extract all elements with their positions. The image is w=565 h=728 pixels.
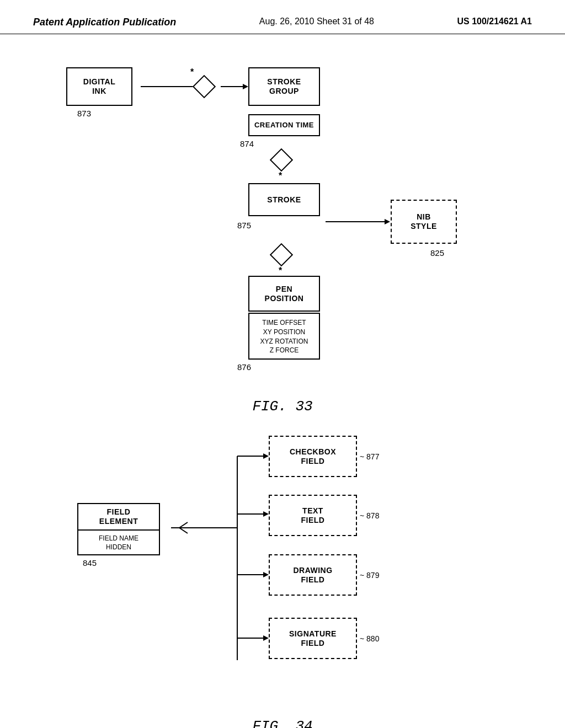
fig33-diagram: DIGITALINK 873 * STROKEGROUP CREATION TI… bbox=[33, 51, 532, 393]
asterisk-3: * bbox=[279, 266, 282, 276]
header-center: Aug. 26, 2010 Sheet 31 of 48 bbox=[259, 17, 374, 26]
label-879: ~ 879 bbox=[360, 571, 379, 580]
signature-field-box: SIGNATUREFIELD bbox=[269, 618, 357, 659]
label-875: 875 bbox=[237, 221, 251, 230]
field-element-box: FIELDELEMENT bbox=[77, 503, 160, 531]
creation-time-box: CREATION TIME bbox=[248, 114, 320, 136]
label-874: 874 bbox=[240, 139, 254, 148]
asterisk-1: * bbox=[190, 67, 194, 77]
diamond-3 bbox=[270, 243, 293, 266]
fig34-diagram: FIELDELEMENT FIELD NAMEHIDDEN 845 CHECKB… bbox=[33, 426, 532, 713]
svg-marker-8 bbox=[385, 219, 390, 224]
diamond-2 bbox=[270, 148, 293, 172]
label-845: 845 bbox=[83, 558, 97, 568]
pen-attrs-box: TIME OFFSETXY POSITIONXYZ ROTATIONZ FORC… bbox=[248, 313, 320, 360]
label-880: ~ 880 bbox=[360, 634, 379, 643]
svg-marker-22 bbox=[263, 635, 269, 641]
svg-marker-18 bbox=[263, 511, 269, 517]
checkbox-field-box: CHECKBOXFIELD bbox=[269, 436, 357, 477]
field-element-attrs: FIELD NAMEHIDDEN bbox=[77, 531, 160, 555]
nib-style-box: NIBSTYLE bbox=[391, 200, 457, 244]
page-header: Patent Application Publication Aug. 26, … bbox=[0, 0, 565, 34]
field-element-container: FIELDELEMENT FIELD NAMEHIDDEN bbox=[77, 503, 160, 555]
fig33-label: FIG. 33 bbox=[33, 398, 532, 415]
svg-marker-2 bbox=[243, 84, 248, 89]
drawing-field-box: DRAWINGFIELD bbox=[269, 554, 357, 596]
svg-marker-16 bbox=[263, 453, 269, 459]
label-878: ~ 878 bbox=[360, 511, 379, 520]
label-877: ~ 877 bbox=[360, 452, 379, 461]
header-left: Patent Application Publication bbox=[33, 17, 176, 28]
asterisk-2: * bbox=[279, 171, 282, 181]
fig34-label: FIG. 34 bbox=[33, 718, 532, 728]
stroke-box: STROKE bbox=[248, 183, 320, 216]
diamond-1 bbox=[193, 75, 216, 98]
header-right: US 100/214621 A1 bbox=[457, 17, 532, 26]
svg-marker-20 bbox=[263, 572, 269, 577]
pen-position-box: PENPOSITION bbox=[248, 276, 320, 312]
label-825: 825 bbox=[430, 248, 444, 258]
digital-ink-box: DIGITALINK bbox=[66, 67, 132, 106]
text-field-box: TEXTFIELD bbox=[269, 495, 357, 536]
label-873: 873 bbox=[77, 109, 91, 118]
stroke-group-box: STROKEGROUP bbox=[248, 67, 320, 106]
fig33-area: DIGITALINK 873 * STROKEGROUP CREATION TI… bbox=[0, 34, 565, 728]
label-876: 876 bbox=[237, 362, 251, 372]
